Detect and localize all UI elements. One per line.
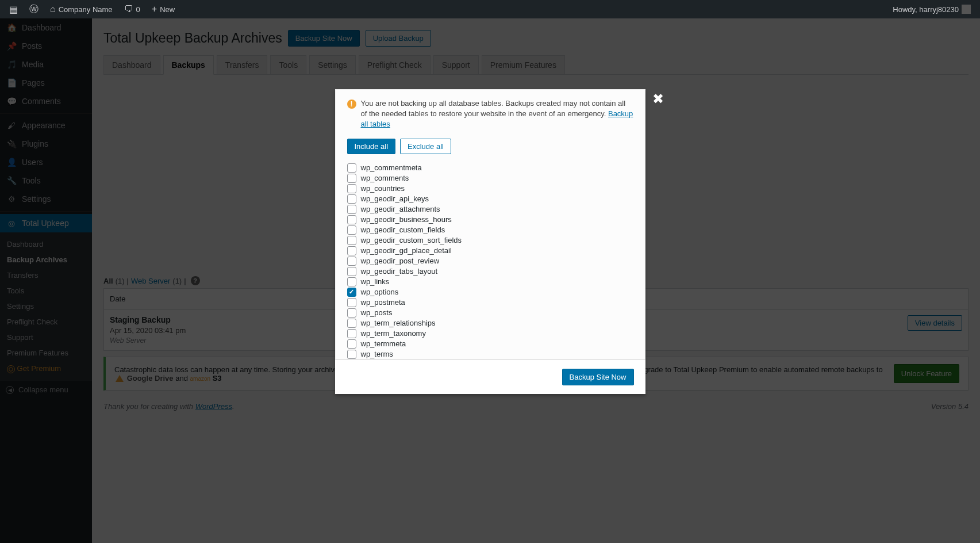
checkbox-wp_options[interactable] <box>347 288 356 297</box>
table-name: wp_commentmeta <box>361 163 422 172</box>
checkbox-wp_term_relationships[interactable] <box>347 319 356 328</box>
checkbox-wp_terms[interactable] <box>347 350 356 359</box>
table-item-wp_terms: wp_terms <box>347 349 633 360</box>
checkbox-wp_links[interactable] <box>347 277 356 286</box>
home-icon: ⌂ <box>50 4 56 14</box>
menu-icon: ▤ <box>9 4 18 15</box>
checkbox-wp_geodir_business_hours[interactable] <box>347 215 356 224</box>
table-name: wp_geodir_tabs_layout <box>361 267 438 276</box>
admin-bar: ▤ ⓦ ⌂Company Name 🗨0 +New Howdy, harryj8… <box>0 0 980 18</box>
adminbar-comments[interactable]: 🗨0 <box>120 0 145 18</box>
warning-icon: ! <box>347 100 356 109</box>
checkbox-wp_geodir_custom_sort_fields[interactable] <box>347 236 356 245</box>
adminbar-account[interactable]: Howdy, harryj80230 <box>888 0 975 18</box>
modal-backup-now-button[interactable]: Backup Site Now <box>562 369 634 385</box>
table-item-wp_postmeta: wp_postmeta <box>347 297 633 308</box>
checkbox-wp_termmeta[interactable] <box>347 339 356 349</box>
table-item-wp_termmeta: wp_termmeta <box>347 339 633 349</box>
avatar-icon <box>962 5 971 14</box>
greeting: Howdy, harryj80230 <box>893 5 959 14</box>
table-name: wp_posts <box>361 308 393 317</box>
table-name: wp_links <box>361 277 390 286</box>
table-item-wp_geodir_api_keys: wp_geodir_api_keys <box>347 194 633 204</box>
table-name: wp_geodir_custom_fields <box>361 225 445 234</box>
comments-count: 0 <box>136 5 140 14</box>
table-name: wp_geodir_gd_place_detail <box>361 246 452 255</box>
modal: ✖ ! You are not backing up all database … <box>335 89 645 394</box>
table-name: wp_geodir_api_keys <box>361 194 429 203</box>
table-name: wp_term_relationships <box>361 319 436 327</box>
checkbox-wp_geodir_api_keys[interactable] <box>347 194 356 204</box>
site-name: Company Name <box>59 5 113 14</box>
table-name: wp_comments <box>361 174 409 182</box>
checkbox-wp_geodir_custom_fields[interactable] <box>347 225 356 235</box>
exclude-all-button[interactable]: Exclude all <box>400 139 451 154</box>
table-item-wp_commentmeta: wp_commentmeta <box>347 163 633 173</box>
checkbox-wp_posts[interactable] <box>347 308 356 318</box>
table-item-wp_geodir_post_review: wp_geodir_post_review <box>347 256 633 266</box>
table-name: wp_terms <box>361 350 393 358</box>
table-item-wp_term_taxonomy: wp_term_taxonomy <box>347 328 633 339</box>
table-item-wp_term_relationships: wp_term_relationships <box>347 318 633 328</box>
table-item-wp_geodir_tabs_layout: wp_geodir_tabs_layout <box>347 266 633 277</box>
close-icon[interactable]: ✖ <box>652 92 664 106</box>
table-name: wp_geodir_attachments <box>361 205 440 213</box>
checkbox-wp_term_taxonomy[interactable] <box>347 329 356 338</box>
checkbox-wp_countries[interactable] <box>347 184 356 193</box>
table-item-wp_geodir_custom_fields: wp_geodir_custom_fields <box>347 225 633 235</box>
plus-icon: + <box>152 4 157 14</box>
checkbox-wp_geodir_post_review[interactable] <box>347 257 356 266</box>
table-item-wp_geodir_custom_sort_fields: wp_geodir_custom_sort_fields <box>347 235 633 246</box>
checkbox-wp_geodir_tabs_layout[interactable] <box>347 267 356 276</box>
include-all-button[interactable]: Include all <box>347 139 396 154</box>
table-item-wp_options: wp_options <box>347 287 633 297</box>
table-name: wp_options <box>361 288 399 296</box>
table-item-wp_comments: wp_comments <box>347 173 633 183</box>
checkbox-wp_postmeta[interactable] <box>347 298 356 307</box>
table-item-wp_geodir_business_hours: wp_geodir_business_hours <box>347 215 633 225</box>
table-name: wp_geodir_custom_sort_fields <box>361 236 462 244</box>
adminbar-site[interactable]: ⌂Company Name <box>45 0 117 18</box>
tables-list: wp_commentmetawp_commentswp_countrieswp_… <box>347 163 633 360</box>
adminbar-wordpress[interactable]: ⓦ <box>25 0 43 18</box>
table-name: wp_geodir_business_hours <box>361 215 452 224</box>
table-name: wp_geodir_post_review <box>361 257 440 265</box>
checkbox-wp_commentmeta[interactable] <box>347 163 356 173</box>
comment-icon: 🗨 <box>124 4 133 14</box>
table-item-wp_links: wp_links <box>347 277 633 287</box>
table-item-wp_posts: wp_posts <box>347 308 633 318</box>
checkbox-wp_geodir_attachments[interactable] <box>347 205 356 214</box>
table-name: wp_termmeta <box>361 339 406 348</box>
checkbox-wp_comments[interactable] <box>347 174 356 183</box>
checkbox-wp_geodir_gd_place_detail[interactable] <box>347 246 356 255</box>
table-name: wp_postmeta <box>361 298 405 307</box>
table-name: wp_term_taxonomy <box>361 329 426 338</box>
adminbar-new[interactable]: +New <box>147 0 179 18</box>
modal-notice: ! You are not backing up all database ta… <box>347 98 633 130</box>
new-label: New <box>160 5 175 14</box>
table-name: wp_countries <box>361 184 405 193</box>
adminbar-toggle[interactable]: ▤ <box>5 0 22 18</box>
table-item-wp_geodir_gd_place_detail: wp_geodir_gd_place_detail <box>347 246 633 256</box>
table-item-wp_countries: wp_countries <box>347 183 633 194</box>
wordpress-icon: ⓦ <box>29 3 39 16</box>
table-item-wp_geodir_attachments: wp_geodir_attachments <box>347 204 633 215</box>
